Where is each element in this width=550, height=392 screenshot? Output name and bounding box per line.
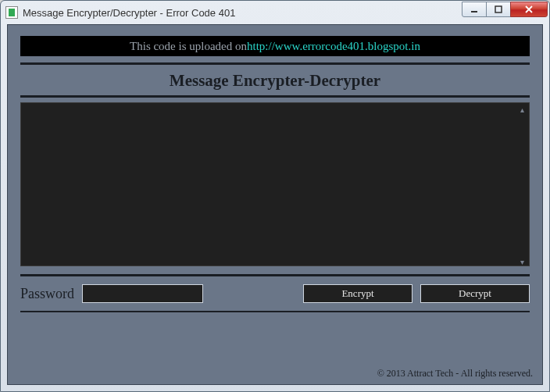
divider — [20, 311, 530, 312]
window-controls — [462, 2, 548, 17]
minimize-button[interactable] — [462, 2, 487, 17]
copyright-text: © 2013 Attract Tech - All rights reserve… — [377, 368, 533, 380]
controls-row: Password Encrypt Decrypt — [20, 284, 530, 303]
maximize-button[interactable] — [486, 2, 511, 17]
close-button[interactable] — [510, 2, 548, 17]
password-label: Password — [20, 286, 74, 302]
banner: This code is uploaded on http://www.erro… — [20, 36, 530, 56]
decrypt-button[interactable]: Decrypt — [420, 284, 530, 303]
svg-rect-1 — [495, 6, 502, 12]
banner-text: This code is uploaded on — [130, 40, 247, 53]
titlebar[interactable]: Message Encrypter/Decrypter - Error Code… — [1, 1, 549, 24]
banner-link[interactable]: http://www.errorcode401.blogspot.in — [247, 40, 420, 53]
encrypt-button[interactable]: Encrypt — [303, 284, 412, 303]
divider — [20, 95, 530, 98]
password-input[interactable] — [82, 284, 203, 303]
divider — [20, 274, 530, 276]
scroll-up-icon[interactable]: ▴ — [516, 104, 528, 116]
divider — [20, 62, 530, 65]
client-area: This code is uploaded on http://www.erro… — [7, 24, 543, 385]
svg-rect-0 — [471, 11, 477, 12]
message-area-wrap: ▴ ▾ — [20, 102, 530, 269]
app-icon — [5, 6, 18, 19]
scroll-down-icon[interactable]: ▾ — [516, 256, 528, 268]
page-title: Message Encrypter-Decrypter — [8, 71, 542, 91]
app-window: Message Encrypter/Decrypter - Error Code… — [0, 0, 550, 392]
message-input[interactable] — [20, 102, 530, 266]
